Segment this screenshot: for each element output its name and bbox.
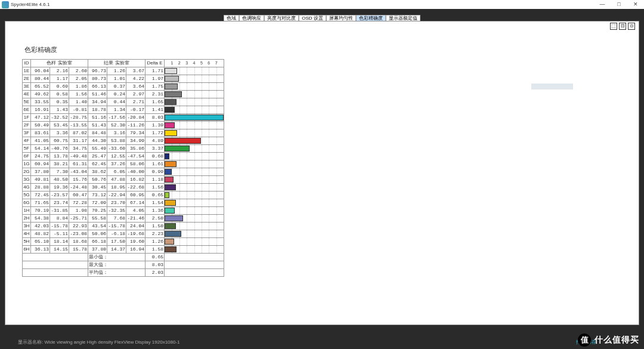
summary-row: 最小值：0.65 (23, 254, 224, 261)
tab-strip: 色域色调响应亮度与对比度OSD 设置屏幕均匀性色彩精确度显示器额定值 (2, 11, 642, 18)
delta-bar (165, 160, 224, 168)
minimize-button[interactable]: — (594, 0, 611, 9)
table-row: 6E16.911.43-0.8118.781.34-0.171.41 (23, 106, 224, 114)
table-row: 1G60.9438.2161.3162.4537.2658.061.61 (23, 160, 224, 168)
delta-bar (165, 230, 224, 238)
delta-bar (165, 176, 224, 184)
delta-bar (165, 122, 224, 129)
table-row: 2F50.4953.45-13.5551.4352.30-11.261.39 (23, 122, 224, 129)
tool-icon-1[interactable]: ⬚ (610, 23, 617, 30)
table-row: 3E65.520.691.8666.130.373.641.75 (23, 83, 224, 91)
watermark: 值 什么值得买 (578, 333, 639, 347)
delta-bar (165, 207, 224, 215)
status-value: Wide viewing angle High density FlexView… (44, 339, 179, 345)
delta-bar (165, 75, 224, 83)
watermark-icon: 值 (578, 333, 591, 347)
status-bar: 显示器名称: Wide viewing angle High density F… (18, 339, 180, 345)
maximize-button[interactable]: □ (611, 0, 627, 9)
table-row: 2H54.388.84-25.7155.587.68-21.462.50 (23, 215, 224, 223)
delta-bar (165, 184, 224, 192)
delta-bar (165, 91, 224, 98)
table-row: 1F47.12-32.52-28.7551.16-17.56-20.848.03 (23, 114, 224, 122)
canvas-toolbar: ⬚ ⊡ ⊙ (610, 23, 635, 30)
app-title: Spyder4Elite 4.6.1 (11, 2, 594, 7)
app-frame: 色域色调响应亮度与对比度OSD 设置屏幕均匀性色彩精确度显示器额定值 ⬚ ⊡ ⊙… (0, 9, 644, 349)
table-row: 5E33.550.351.4034.940.442.711.65 (23, 98, 224, 106)
summary-row: 平均值：2.03 (23, 269, 224, 277)
table-row: 5H65.1018.1418.6866.1817.5019.601.26 (23, 238, 224, 246)
preview-placeholder (531, 84, 573, 89)
table-row: 2E80.441.172.0580.731.014.221.97 (23, 75, 224, 83)
delta-bar (165, 98, 224, 106)
table-row: 1H70.19-31.851.9870.25-32.354.051.36 (23, 207, 224, 215)
watermark-text: 什么值得买 (595, 335, 639, 345)
delta-bar (165, 223, 224, 230)
color-accuracy-table: ID色样 实验室结果 实验室Delta E1234567 1E96.042.16… (22, 59, 224, 277)
color-accuracy-report: 色彩精确度 ID色样 实验室结果 实验室Delta E1234567 1E96.… (22, 45, 224, 277)
delta-bar (165, 67, 224, 75)
delta-bar (165, 238, 224, 246)
delta-bar (165, 153, 224, 160)
delta-bar (165, 83, 224, 91)
tool-icon-3[interactable]: ⊙ (628, 23, 635, 30)
delta-bar (165, 246, 224, 254)
table-row: 6F24.7513.78-49.4825.4712.55-47.540.68 (23, 153, 224, 160)
table-row: 4F41.0560.7531.1744.3053.8834.994.89 (23, 137, 224, 145)
delta-bar (165, 106, 224, 114)
report-title: 色彩精确度 (24, 45, 224, 54)
window-titlebar: Spyder4Elite 4.6.1 — □ ✕ (0, 0, 644, 9)
table-row: 5F54.14-40.7634.7555.49-33.6035.863.37 (23, 145, 224, 153)
delta-bar (165, 137, 224, 145)
delta-bar (165, 215, 224, 223)
table-row: 4E49.620.581.5651.460.242.972.31 (23, 91, 224, 98)
delta-bar (165, 129, 224, 137)
delta-bar (165, 168, 224, 176)
table-row: 2G37.807.30-43.0438.626.05-40.000.99 (23, 168, 224, 176)
report-canvas: ⬚ ⊡ ⊙ 色彩精确度 ID色样 实验室结果 实验室Delta E1234567… (5, 21, 639, 325)
table-row: 6G71.6523.7472.2872.0923.7067.141.54 (23, 199, 224, 207)
table-row: 3H42.03-15.7822.9343.54-15.7824.041.50 (23, 223, 224, 230)
table-row: 4G28.8819.36-24.4830.4518.95-22.681.56 (23, 184, 224, 192)
delta-bar (165, 114, 224, 122)
tool-icon-2[interactable]: ⊡ (619, 23, 626, 30)
close-button[interactable]: ✕ (627, 0, 644, 9)
app-icon (2, 1, 9, 8)
delta-bar (165, 192, 224, 199)
delta-bar (165, 199, 224, 207)
summary-row: 最大值：8.03 (23, 261, 224, 269)
table-row: 5G72.45-23.5760.4773.12-22.9460.950.65 (23, 192, 224, 199)
table-row: 3F83.613.3687.0284.483.1679.341.72 (23, 129, 224, 137)
status-label: 显示器名称: (18, 339, 43, 345)
table-row: 3G49.8148.5015.7650.7647.8816.821.18 (23, 176, 224, 184)
delta-bar (165, 145, 224, 153)
table-row: 1E96.042.162.6096.731.263.671.71 (23, 67, 224, 75)
table-row: 4H48.82-5.11-23.0850.06-6.18-19.682.23 (23, 230, 224, 238)
table-row: 6H36.1314.1515.7837.8014.3716.941.58 (23, 246, 224, 254)
